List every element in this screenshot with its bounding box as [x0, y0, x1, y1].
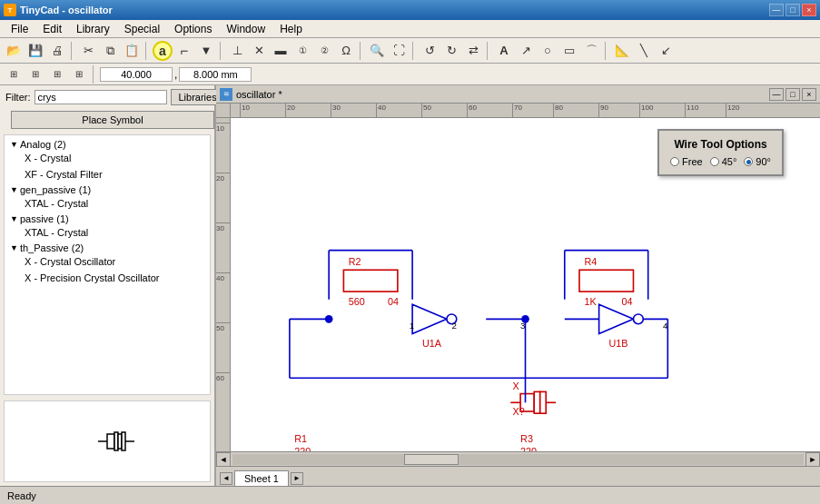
- radio-free[interactable]: Free: [670, 156, 703, 167]
- rect-btn[interactable]: ▭: [559, 41, 579, 61]
- close-btn[interactable]: ×: [802, 4, 816, 16]
- canvas-area: ≋ oscillator * — □ × 10 20 30 40 50 60 7…: [216, 85, 820, 486]
- line-tool-btn[interactable]: ╲: [634, 41, 654, 61]
- menu-help[interactable]: Help: [272, 21, 310, 37]
- menu-edit[interactable]: Edit: [35, 21, 69, 37]
- ruler-mark-90: 90: [598, 104, 608, 118]
- zoom-fit-btn[interactable]: ⛶: [389, 41, 409, 61]
- delete-btn[interactable]: ✕: [249, 41, 269, 61]
- ruler-v-20: 20: [216, 173, 230, 183]
- ruler-mark-100: 100: [639, 104, 653, 118]
- arrow-btn[interactable]: ↗: [516, 41, 536, 61]
- ruler-horizontal: 10 20 30 40 50 60 70 80 90 100 110 120: [216, 104, 820, 118]
- coord-separator: ,: [174, 68, 177, 81]
- tb2-btn3[interactable]: ⊞: [47, 64, 67, 84]
- tb2-btn1[interactable]: ⊞: [4, 64, 24, 84]
- paste-btn[interactable]: 📋: [122, 41, 142, 61]
- menu-window[interactable]: Window: [219, 21, 272, 37]
- canvas-body: 10 20 30 40 50 60 Wire Tool Options Free: [216, 118, 820, 451]
- sep8: [93, 65, 96, 84]
- schematic-canvas[interactable]: Wire Tool Options Free 45° 90°: [231, 118, 820, 451]
- save-btn[interactable]: 💾: [25, 41, 45, 61]
- group-analog-name: Analog (2): [20, 139, 66, 150]
- measure-btn[interactable]: 📐: [612, 41, 632, 61]
- scroll-tab-left[interactable]: ◄: [220, 472, 232, 485]
- place-wire-btn[interactable]: ⌐: [174, 41, 194, 61]
- svg-text:04: 04: [622, 296, 633, 307]
- expand-arrow-th: ▼: [10, 243, 18, 252]
- menu-special[interactable]: Special: [117, 21, 167, 37]
- cut-btn[interactable]: ✂: [78, 41, 98, 61]
- rotate-cw-btn[interactable]: ↻: [441, 41, 461, 61]
- tree-item-x-precision-osc[interactable]: X - Precision Crystal Oscillator: [10, 270, 204, 286]
- minimize-btn[interactable]: —: [769, 4, 784, 16]
- radio-45[interactable]: 45°: [710, 156, 737, 167]
- radio-90-label: 90°: [756, 156, 771, 167]
- expand-arrow-passive: ▼: [10, 214, 18, 223]
- open-btn[interactable]: 📂: [4, 41, 24, 61]
- scroll-right-btn[interactable]: ►: [805, 452, 820, 467]
- tree-group-th-passive: ▼ th_Passive (2) X - Crystal Oscillator …: [10, 242, 204, 286]
- place-symbol-btn[interactable]: Place Symbol: [11, 111, 214, 129]
- num1-btn[interactable]: ①: [292, 41, 312, 61]
- sep5: [412, 42, 416, 60]
- place-line-btn[interactable]: ▬: [271, 41, 291, 61]
- scroll-thumb-h[interactable]: [404, 454, 459, 465]
- scroll-tab-right[interactable]: ►: [291, 472, 303, 485]
- svg-text:X: X: [512, 380, 519, 391]
- svg-rect-25: [579, 270, 633, 292]
- status-text: Ready: [7, 490, 36, 501]
- ruler-v-40: 40: [216, 272, 230, 282]
- zoom-in-btn[interactable]: 🔍: [367, 41, 387, 61]
- tree-group-gen-passive-label[interactable]: ▼ gen_passive (1): [10, 184, 204, 195]
- tab-sheet1[interactable]: Sheet 1: [234, 470, 289, 486]
- flip-btn[interactable]: ⇄: [463, 41, 483, 61]
- tree-item-x-crystal-osc[interactable]: X - Crystal Oscillator: [10, 253, 204, 270]
- svg-text:1K: 1K: [584, 296, 597, 307]
- group-passive-name: passive (1): [20, 213, 69, 224]
- tree-group-analog-label[interactable]: ▼ Analog (2): [10, 139, 204, 150]
- wire-end-btn[interactable]: ↙: [656, 41, 676, 61]
- circle-btn[interactable]: ○: [538, 41, 558, 61]
- wire-options-title: Wire Tool Options: [670, 138, 771, 151]
- svg-rect-1: [107, 434, 114, 449]
- ruler-mark-60: 60: [467, 104, 477, 118]
- svg-rect-21: [343, 270, 397, 292]
- canvas-close-btn[interactable]: ×: [802, 88, 816, 101]
- expand-arrow-analog: ▼: [10, 140, 18, 149]
- num2-btn[interactable]: ②: [314, 41, 334, 61]
- tb2-btn4[interactable]: ⊞: [69, 64, 89, 84]
- tree-item-x-crystal[interactable]: X - Crystal: [10, 150, 204, 166]
- filter-input[interactable]: [35, 90, 167, 104]
- svg-rect-4: [122, 432, 125, 450]
- tree-group-th-passive-label[interactable]: ▼ th_Passive (2): [10, 242, 204, 253]
- tree-group-gen-passive: ▼ gen_passive (1) XTAL - Crystal: [10, 184, 204, 212]
- omega-btn[interactable]: Ω: [336, 41, 356, 61]
- rotate-ccw-btn[interactable]: ↺: [420, 41, 440, 61]
- ruler-mark-50: 50: [421, 104, 431, 118]
- tree-item-xf-crystal-filter[interactable]: XF - Crystal Filter: [10, 166, 204, 183]
- scroll-left-btn[interactable]: ◄: [216, 452, 231, 467]
- svg-text:04: 04: [388, 296, 399, 307]
- wire-mode-btn[interactable]: a: [153, 41, 173, 61]
- tb2-btn2[interactable]: ⊞: [25, 64, 45, 84]
- tree-group-passive-label[interactable]: ▼ passive (1): [10, 213, 204, 224]
- tree-item-xtal-gen[interactable]: XTAL - Crystal: [10, 195, 204, 212]
- canvas-min-btn[interactable]: —: [769, 88, 784, 101]
- print-btn[interactable]: 🖨: [47, 41, 67, 61]
- place-pin-btn[interactable]: ⊥: [227, 41, 247, 61]
- menu-library[interactable]: Library: [69, 21, 117, 37]
- text-btn[interactable]: A: [494, 41, 514, 61]
- svg-rect-48: [540, 391, 546, 413]
- canvas-max-btn[interactable]: □: [785, 88, 800, 101]
- ruler-v-50: 50: [216, 322, 230, 332]
- svg-text:1: 1: [410, 321, 414, 331]
- dropdown-btn[interactable]: ▼: [196, 41, 216, 61]
- menu-file[interactable]: File: [4, 21, 35, 37]
- tree-item-xtal-passive[interactable]: XTAL - Crystal: [10, 224, 204, 241]
- maximize-btn[interactable]: □: [785, 4, 800, 16]
- menu-options[interactable]: Options: [167, 21, 219, 37]
- arc-btn[interactable]: ⌒: [581, 41, 601, 61]
- radio-90[interactable]: 90°: [744, 156, 771, 167]
- copy-btn[interactable]: ⧉: [100, 41, 120, 61]
